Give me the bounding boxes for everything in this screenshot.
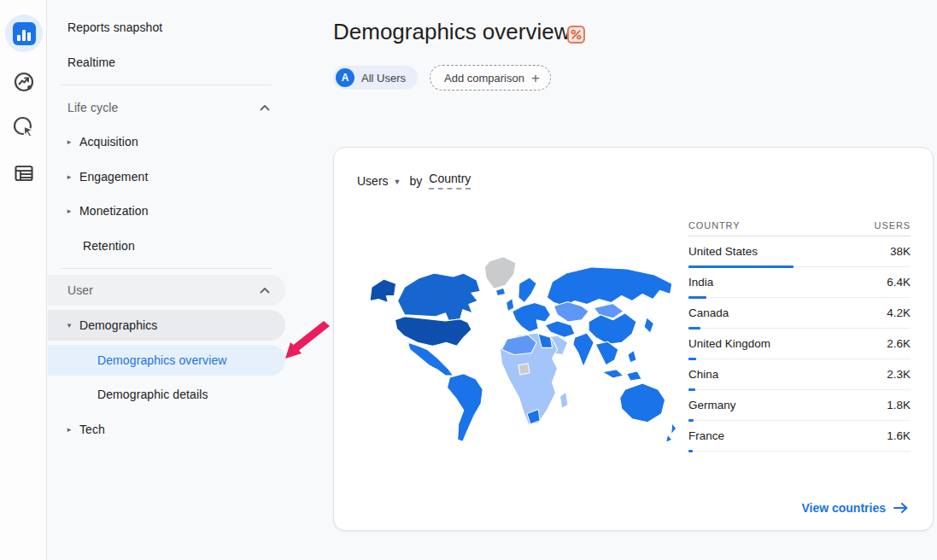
section-label: Life cycle [67, 101, 118, 114]
users-by-country-card: Users ▼ by Country [333, 147, 934, 531]
map-region-indonesia[interactable] [602, 370, 623, 378]
view-countries-link[interactable]: View countries [801, 501, 909, 515]
table-row[interactable]: United States 38K [688, 236, 911, 267]
sidebar-divider [60, 85, 272, 85]
page-title: Demographics overview [333, 19, 570, 45]
list-table-icon [13, 162, 35, 184]
add-comparison-label: Add comparison [444, 72, 524, 85]
map-region-new-zealand[interactable] [671, 423, 676, 435]
map-region-southeast-asia[interactable] [595, 341, 618, 365]
all-users-label: All Users [361, 72, 406, 85]
map-region-scandinavia[interactable] [518, 277, 536, 302]
sidebar-item-reports-snapshot[interactable]: Reports snapshot [48, 12, 285, 43]
map-region-north-africa[interactable] [502, 335, 537, 354]
table-row[interactable]: Canada 4.2K [688, 298, 911, 329]
expand-arrow-icon[interactable]: ▸ [59, 137, 79, 146]
map-region-alaska[interactable] [370, 279, 395, 302]
dropdown-caret-icon[interactable]: ▼ [394, 178, 401, 186]
sidebar-item-demographics-overview[interactable]: Demographics overview [48, 345, 285, 376]
map-region-philippines[interactable] [628, 350, 636, 362]
users-cell: 1.6K [887, 429, 911, 442]
section-label: User [67, 283, 93, 297]
map-region-kazakhstan[interactable] [554, 302, 589, 322]
chevron-up-icon[interactable] [260, 287, 270, 294]
chevron-up-icon[interactable] [260, 104, 270, 111]
country-cell: France [688, 429, 724, 442]
map-region-japan[interactable] [644, 318, 653, 333]
map-region-united-kingdom[interactable] [507, 298, 514, 311]
country-cell: India [688, 276, 713, 289]
expand-arrow-icon[interactable]: ▸ [59, 172, 79, 181]
table-row[interactable]: China 2.3K [688, 359, 911, 390]
trending-circle-icon [13, 71, 35, 93]
sidebar-item-label: Acquisition [79, 135, 138, 149]
library-icon[interactable] [5, 155, 43, 192]
map-region-madagascar[interactable] [560, 392, 568, 408]
sidebar-item-label: Tech [79, 423, 105, 436]
sidebar-item-engagement[interactable]: ▸ Engagement [48, 161, 285, 192]
value-bar [688, 450, 693, 452]
map-region-iceland[interactable] [495, 288, 505, 295]
sidebar-item-acquisition[interactable]: ▸ Acquisition [48, 126, 285, 157]
comparison-avatar: A [336, 68, 354, 87]
map-region-new-zealand-south[interactable] [666, 435, 672, 442]
add-comparison-button[interactable]: Add comparison + [430, 65, 551, 90]
sidebar-item-demographic-details[interactable]: Demographic details [48, 379, 285, 410]
app-rail [0, 0, 47, 560]
sidebar-item-label: Retention [83, 239, 135, 253]
insights-icon[interactable] [5, 63, 43, 101]
table-row[interactable]: India 6.4K [688, 267, 911, 298]
country-table: COUNTRY USERS United States 38K India 6.… [688, 214, 911, 452]
map-region-russia[interactable] [547, 267, 671, 306]
collapse-arrow-icon[interactable]: ▾ [59, 321, 79, 330]
annotation-arrow [282, 318, 333, 364]
dimension-selector[interactable]: Country [429, 172, 471, 190]
sidebar-item-label: Demographics overview [97, 353, 227, 367]
map-region-greenland[interactable] [484, 257, 516, 289]
map-region-india[interactable] [573, 333, 594, 367]
bar-chart-icon [13, 22, 36, 45]
country-cell: United States [688, 245, 758, 258]
map-region-europe[interactable] [512, 303, 551, 333]
map-region-australia[interactable] [620, 383, 665, 423]
percent-tag-icon[interactable] [566, 25, 586, 44]
plus-icon: + [531, 71, 540, 85]
column-header-country: COUNTRY [688, 220, 741, 230]
report-nav-sidebar: Reports snapshot Realtime Life cycle ▸ A… [47, 0, 307, 560]
sidebar-item-tech[interactable]: ▸ Tech [48, 414, 285, 445]
map-region-indonesia-east[interactable] [627, 371, 641, 381]
all-users-chip[interactable]: A All Users [333, 66, 418, 90]
country-cell: China [688, 368, 718, 381]
sidebar-item-retention[interactable]: Retention [48, 230, 285, 261]
world-map[interactable] [366, 250, 688, 458]
metric-selector[interactable]: Users [357, 174, 389, 188]
users-cell: 2.3K [887, 368, 911, 381]
sidebar-item-label: Demographics [79, 318, 157, 332]
card-header: Users ▼ by Country [357, 172, 471, 190]
table-row[interactable]: United Kingdom 2.6K [688, 329, 911, 359]
map-region-nigeria[interactable] [518, 364, 530, 375]
sidebar-section-user[interactable]: User [48, 275, 285, 306]
view-countries-label: View countries [801, 501, 886, 515]
table-row[interactable]: Germany 1.8K [688, 390, 911, 421]
sidebar-item-demographics[interactable]: ▾ Demographics [48, 310, 285, 341]
map-region-united-states[interactable] [395, 317, 471, 347]
map-region-south-america[interactable] [448, 374, 483, 441]
explore-icon[interactable] [5, 108, 43, 146]
map-region-iran[interactable] [545, 321, 575, 337]
table-row[interactable]: France 1.6K [688, 421, 911, 452]
sidebar-section-life-cycle[interactable]: Life cycle [48, 92, 285, 123]
sidebar-item-label: Realtime [67, 55, 115, 69]
sidebar-item-realtime[interactable]: Realtime [48, 47, 285, 78]
map-region-canada[interactable] [398, 273, 481, 321]
country-cell: United Kingdom [688, 337, 770, 350]
country-cell: Germany [688, 399, 736, 411]
expand-arrow-icon[interactable]: ▸ [59, 207, 79, 215]
expand-arrow-icon[interactable]: ▸ [59, 425, 79, 434]
users-cell: 38K [890, 245, 911, 258]
sidebar-item-label: Monetization [79, 204, 149, 218]
sidebar-item-monetization[interactable]: ▸ Monetization [48, 195, 285, 226]
map-region-mexico[interactable] [408, 342, 454, 376]
circle-cursor-icon [12, 115, 36, 139]
reports-icon[interactable] [5, 15, 43, 52]
